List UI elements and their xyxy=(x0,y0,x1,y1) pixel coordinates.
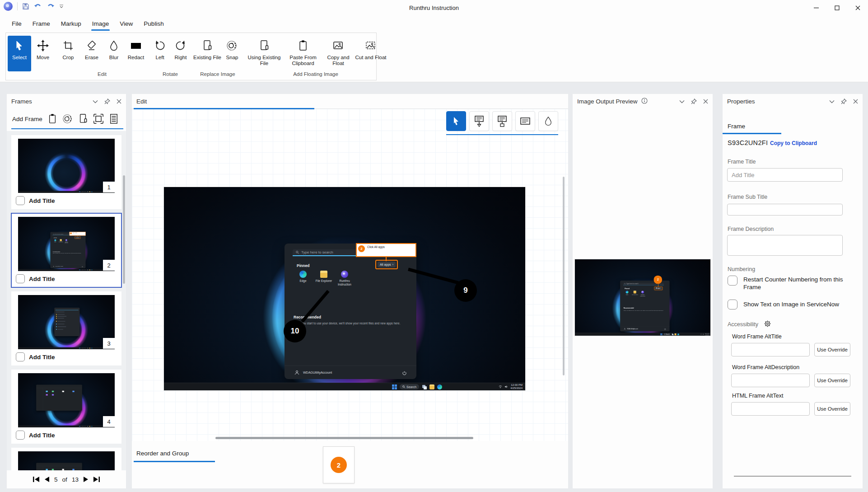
text-box-tool-button[interactable] xyxy=(515,111,535,131)
frame-sub-title-input[interactable] xyxy=(727,204,843,216)
redact-button[interactable]: Redact xyxy=(124,36,148,71)
close-icon[interactable] xyxy=(703,99,708,104)
step-circle-9[interactable]: 9 xyxy=(454,279,477,302)
menu-view[interactable]: View xyxy=(114,15,138,32)
blur-button[interactable]: Blur xyxy=(103,36,124,71)
close-button[interactable] xyxy=(847,0,868,15)
cut-and-float-button[interactable]: Cut and Float xyxy=(355,36,387,71)
add-using-existing-file-button[interactable]: Using Existing File xyxy=(244,36,284,71)
canvas-vertical-scrollbar[interactable] xyxy=(563,177,565,375)
quick-access-dropdown-icon[interactable] xyxy=(59,5,64,8)
next-frame-button[interactable] xyxy=(83,476,89,483)
frame-card[interactable]: 3 Type here to search Pinned All apps› xyxy=(11,291,121,365)
snap-frame-icon[interactable] xyxy=(62,113,73,124)
canvas-horizontal-scrollbar[interactable] xyxy=(215,437,473,439)
frame-thumbnail[interactable]: 5 Type here to search Pinned All apps› xyxy=(18,451,115,470)
callout-box: 2 Click All apps xyxy=(70,232,86,235)
multi-frame-list-icon[interactable] xyxy=(109,113,118,124)
redo-icon[interactable] xyxy=(47,3,55,10)
blur-tool-button[interactable] xyxy=(538,111,558,131)
clipboard-frame-icon[interactable] xyxy=(48,113,57,124)
frame-thumbnail[interactable]: 2 Type here to search Pinned All apps› xyxy=(18,217,115,271)
chevron-down-icon[interactable] xyxy=(679,100,685,103)
mini-dialog-window xyxy=(54,308,79,336)
paste-from-clipboard-button[interactable]: Paste From Clipboard xyxy=(284,36,322,71)
move-button[interactable]: Move xyxy=(31,36,55,71)
close-icon[interactable] xyxy=(117,99,121,104)
file-frame-icon[interactable] xyxy=(79,113,88,124)
minimize-button[interactable] xyxy=(806,0,826,15)
show-text-servicenow-checkbox[interactable] xyxy=(728,300,737,309)
pin-icon[interactable] xyxy=(691,98,697,104)
start-search-placeholder: Type here to search xyxy=(55,234,63,234)
restart-counter-checkbox[interactable] xyxy=(728,276,737,286)
desktop-wallpaper xyxy=(18,139,115,193)
rotate-right-button[interactable]: Right xyxy=(170,36,191,71)
reorder-frame-card[interactable]: 2 xyxy=(323,446,355,483)
frame-thumbnail[interactable]: 4 Type here to search Pinned All apps› xyxy=(18,373,115,427)
menu-markup[interactable]: Markup xyxy=(56,15,87,32)
frame-description-input[interactable] xyxy=(727,235,843,256)
pointer-tool-button[interactable] xyxy=(446,111,466,131)
crop-button[interactable]: Crop xyxy=(56,36,80,71)
last-frame-button[interactable] xyxy=(93,476,100,483)
add-title-checkbox[interactable] xyxy=(16,196,25,205)
save-icon[interactable] xyxy=(22,3,29,10)
undo-icon[interactable] xyxy=(34,3,42,10)
copy-and-float-button[interactable]: Copy and Float xyxy=(322,36,355,71)
close-icon[interactable] xyxy=(853,99,858,104)
word-altdescription-input[interactable] xyxy=(731,374,810,387)
snap-icon xyxy=(226,38,238,53)
first-frame-button[interactable] xyxy=(33,476,40,483)
html-alttext-input[interactable] xyxy=(731,402,810,416)
rotate-left-button[interactable]: Left xyxy=(149,36,170,71)
edit-canvas[interactable]: Type here to search Pinned All apps› Edg… xyxy=(132,109,568,441)
menu-image[interactable]: Image xyxy=(87,15,115,32)
menu-file[interactable]: File xyxy=(6,15,27,32)
menu-frame[interactable]: Frame xyxy=(27,15,56,32)
chevron-down-icon[interactable] xyxy=(829,100,835,103)
step-circle-10[interactable]: 10 xyxy=(284,320,306,342)
word-altdescription-override-button[interactable]: Use Override xyxy=(814,374,850,387)
edit-tab[interactable]: Edit xyxy=(136,98,147,105)
frame-tab[interactable]: Frame xyxy=(728,123,745,130)
word-alttitle-override-button[interactable]: Use Override xyxy=(814,343,850,356)
info-icon[interactable] xyxy=(641,98,648,106)
frame-card[interactable]: 5 Type here to search Pinned All apps› xyxy=(11,448,121,470)
taskbar-folder-icon xyxy=(675,333,677,335)
gear-icon[interactable] xyxy=(764,320,771,329)
capture-region-icon[interactable] xyxy=(93,113,104,124)
html-alttext-override-button[interactable]: Use Override xyxy=(814,402,850,416)
frame-card[interactable]: 4 Type here to search Pinned All apps› xyxy=(11,370,121,444)
add-frame-label: Add Frame xyxy=(12,116,42,122)
chevron-down-icon[interactable] xyxy=(93,100,98,103)
frames-scrollbar[interactable] xyxy=(123,175,125,284)
mini-explorer-window xyxy=(36,463,82,470)
frame-title-input[interactable] xyxy=(727,168,843,182)
erase-button[interactable]: Erase xyxy=(80,36,103,71)
pin-icon[interactable] xyxy=(841,98,847,104)
add-title-checkbox[interactable] xyxy=(16,274,25,283)
frame-description-label: Frame Description xyxy=(728,226,774,232)
maximize-button[interactable] xyxy=(826,0,847,15)
copy-to-clipboard-link[interactable]: Copy to Clipboard xyxy=(770,140,817,146)
callout-arrow-tool-button[interactable] xyxy=(469,111,489,131)
menu-publish[interactable]: Publish xyxy=(138,15,169,32)
add-title-checkbox[interactable] xyxy=(16,431,25,440)
word-altdescription-label: Word Frame AltDescription xyxy=(732,364,799,370)
previous-frame-button[interactable] xyxy=(44,476,50,483)
replace-existing-file-button[interactable]: Existing File xyxy=(193,36,222,71)
add-title-checkbox[interactable] xyxy=(16,352,25,361)
replace-snap-button[interactable]: Snap xyxy=(222,36,243,71)
frame-thumbnail[interactable]: 3 Type here to search Pinned All apps› xyxy=(18,295,115,349)
edited-screenshot[interactable]: Type here to search Pinned All apps› Edg… xyxy=(164,187,525,390)
frame-card[interactable]: 2 Type here to search Pinned All apps› xyxy=(11,213,121,287)
frame-thumbnail[interactable]: 1 Type here to search Pinned All apps› xyxy=(18,139,115,193)
callout-connector-tool-button[interactable] xyxy=(492,111,512,131)
frame-card[interactable]: 1 Type here to search Pinned All apps› xyxy=(11,135,121,209)
word-alttitle-input[interactable] xyxy=(731,343,810,356)
start-app-file-explorer: File Explorer xyxy=(631,291,639,296)
pin-icon[interactable] xyxy=(104,98,110,104)
reorder-and-group-tab[interactable]: Reorder and Group xyxy=(136,450,189,457)
select-button[interactable]: Select xyxy=(8,36,31,71)
